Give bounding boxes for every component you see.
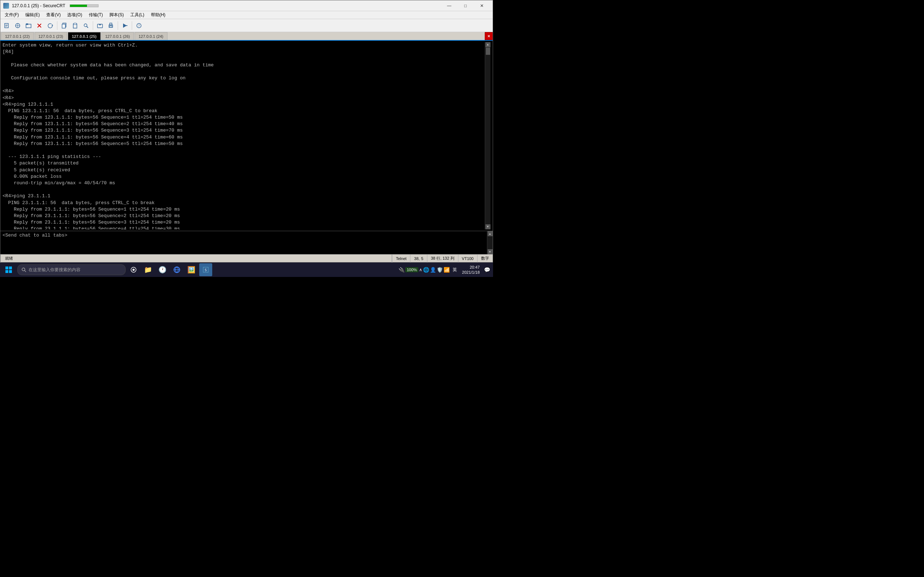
status-position: 38, 5 xyxy=(410,255,426,263)
browser-button[interactable] xyxy=(170,263,183,276)
tab-3[interactable]: 127.0.0.1 (26) xyxy=(102,32,134,40)
disconnect-button[interactable] xyxy=(34,21,44,31)
tab-4[interactable]: 127.0.0.1 (24) xyxy=(135,32,168,40)
search-bar[interactable]: 在这里输入你要搜索的内容 xyxy=(17,264,126,275)
windows-icon xyxy=(5,266,12,273)
svg-rect-29 xyxy=(5,270,8,273)
svg-rect-30 xyxy=(9,270,12,273)
svg-point-16 xyxy=(84,24,87,27)
menu-bar: 文件(F) 编辑(E) 查看(V) 选项(O) 传输(T) 脚本(S) 工具(L… xyxy=(0,11,493,19)
tray-expand[interactable]: ∧ xyxy=(419,267,422,272)
tab-bar: 127.0.0.1 (22) 127.0.0.1 (23) 127.0.0.1 … xyxy=(0,32,493,41)
battery-icon: 🔌 xyxy=(399,267,405,272)
svg-marker-19 xyxy=(99,24,102,26)
bottom-section: <Send chat to all tabs> ▲ ▼ xyxy=(0,231,493,254)
search-placeholder: 在这里输入你要搜索的内容 xyxy=(29,267,81,273)
status-row: 38, xyxy=(414,256,419,261)
chat-scroll-track xyxy=(488,236,493,249)
scroll-thumb[interactable] xyxy=(486,48,490,55)
taskbar: 在这里输入你要搜索的内容 📁 🕐 🖼️ S 🔌 100% ∧ 🌐 👤 🛡️ 📶 … xyxy=(0,263,493,277)
chat-scroll-down[interactable]: ▼ xyxy=(488,249,493,254)
menu-help[interactable]: 帮助(H) xyxy=(148,11,168,19)
network-tray-icon[interactable]: 🌐 xyxy=(423,267,429,272)
window-controls: — □ ✕ xyxy=(441,0,490,11)
svg-text:?: ? xyxy=(138,24,140,28)
clock-app-button[interactable]: 🕐 xyxy=(156,263,169,276)
copy-button[interactable] xyxy=(59,21,69,31)
securecrt-taskbar[interactable]: S xyxy=(199,263,212,276)
svg-rect-13 xyxy=(62,24,65,28)
maximize-button[interactable]: □ xyxy=(457,0,473,11)
terminal-scrollbar[interactable]: ▲ ▼ xyxy=(485,42,491,229)
script-button[interactable] xyxy=(120,21,130,31)
print-button[interactable] xyxy=(106,21,116,31)
wifi-tray-icon[interactable]: 📶 xyxy=(444,267,450,272)
clock-time: 20:47 xyxy=(462,265,480,270)
notification-button[interactable]: 💬 xyxy=(483,267,492,272)
toolbar-separator-4 xyxy=(132,21,132,30)
shield-tray-icon[interactable]: 🛡️ xyxy=(437,267,443,272)
terminal-output[interactable]: Enter system view, return user view with… xyxy=(0,41,493,231)
title-progress xyxy=(69,4,99,7)
tab-2[interactable]: 127.0.0.1 (25) xyxy=(68,32,101,40)
new-session-button[interactable] xyxy=(2,21,12,31)
app-icon xyxy=(3,3,9,9)
chat-input-area[interactable]: <Send chat to all tabs> xyxy=(0,231,487,254)
svg-marker-11 xyxy=(52,24,53,26)
content-area: Enter system view, return user view with… xyxy=(0,41,493,254)
chat-scrollbar[interactable]: ▲ ▼ xyxy=(487,231,493,254)
status-line-col: 38 行, 132 列 xyxy=(427,255,458,263)
scroll-down-button[interactable]: ▼ xyxy=(485,224,491,229)
main-layout: 127.0.0.1 (25) - SecureCRT — □ ✕ 文件(F) 编… xyxy=(0,0,493,263)
chat-placeholder: <Send chat to all tabs> xyxy=(3,233,67,238)
svg-point-34 xyxy=(132,269,135,271)
reconnect-button[interactable] xyxy=(45,21,55,31)
toolbar-separator-3 xyxy=(118,21,118,30)
svg-point-31 xyxy=(22,268,25,271)
tab-0[interactable]: 127.0.0.1 (22) xyxy=(1,32,34,40)
photo-button[interactable]: 🖼️ xyxy=(185,263,198,276)
chat-send-button[interactable] xyxy=(95,21,105,31)
close-button[interactable]: ✕ xyxy=(473,0,490,11)
menu-script[interactable]: 脚本(S) xyxy=(107,11,127,19)
file-explorer-button[interactable]: 📁 xyxy=(142,263,155,276)
minimize-button[interactable]: — xyxy=(441,0,457,11)
taskview-button[interactable] xyxy=(127,263,140,276)
svg-marker-23 xyxy=(123,23,127,28)
tab-connect-button[interactable] xyxy=(23,21,34,31)
taskview-icon xyxy=(130,266,137,273)
svg-rect-8 xyxy=(26,23,28,25)
menu-transfer[interactable]: 传输(T) xyxy=(86,11,106,19)
help-button[interactable]: ? xyxy=(134,21,144,31)
tab-1[interactable]: 127.0.0.1 (23) xyxy=(35,32,68,40)
connect-button[interactable] xyxy=(13,21,23,31)
svg-line-32 xyxy=(24,271,26,272)
clock[interactable]: 20:47 2021/1/18 xyxy=(460,265,482,275)
menu-edit[interactable]: 编辑(E) xyxy=(23,11,43,19)
paste-button[interactable] xyxy=(70,21,80,31)
securecrt-icon: S xyxy=(202,266,209,273)
status-terminal: VT100 xyxy=(458,255,477,263)
status-ready: 就绪 xyxy=(0,255,392,263)
svg-rect-28 xyxy=(9,266,12,269)
start-button[interactable] xyxy=(2,263,16,277)
chat-scroll-up[interactable]: ▲ xyxy=(488,231,493,236)
menu-tools[interactable]: 工具(L) xyxy=(128,11,147,19)
find-button[interactable] xyxy=(81,21,91,31)
status-col: 5 xyxy=(421,256,423,261)
tab-close-btn[interactable]: ✕ xyxy=(485,32,493,40)
user-tray-icon[interactable]: 👤 xyxy=(430,267,436,272)
scroll-up-button[interactable]: ▲ xyxy=(485,42,491,47)
clock-date: 2021/1/18 xyxy=(462,270,480,275)
toolbar: ? xyxy=(0,19,493,32)
window-title: 127.0.0.1 (25) - SecureCRT xyxy=(12,3,65,8)
menu-file[interactable]: 文件(F) xyxy=(2,11,22,19)
svg-rect-27 xyxy=(5,266,8,269)
app-window: 127.0.0.1 (25) - SecureCRT — □ ✕ 文件(F) 编… xyxy=(0,0,493,263)
svg-rect-15 xyxy=(74,23,76,24)
menu-view[interactable]: 查看(V) xyxy=(43,11,63,19)
status-connection: Telnet xyxy=(392,255,410,263)
menu-options[interactable]: 选项(O) xyxy=(64,11,85,19)
language-indicator[interactable]: 英 xyxy=(451,267,459,273)
status-bar: 就绪 Telnet 38, 5 38 行, 132 列 VT100 数字 xyxy=(0,254,493,262)
